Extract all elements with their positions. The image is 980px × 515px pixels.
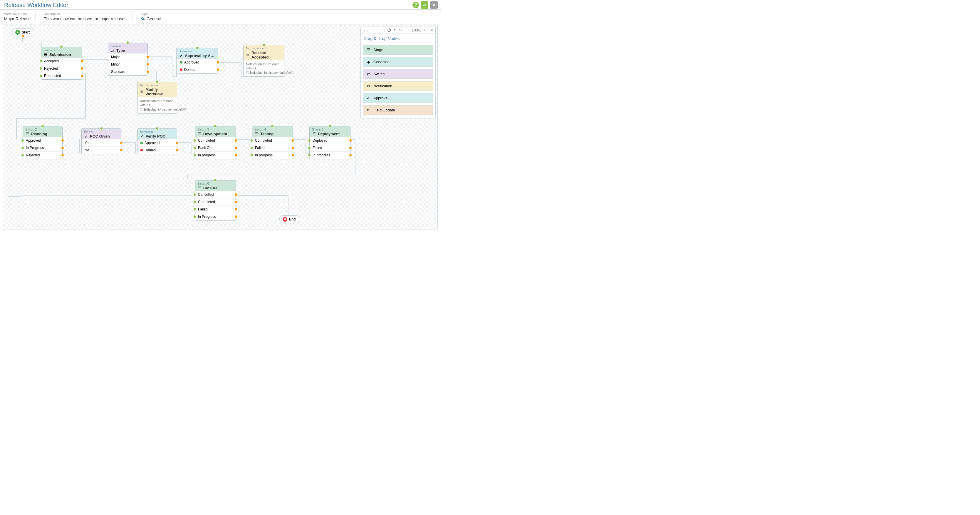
top-bar: Release Workflow Editor ? <box>0 0 441 10</box>
switch-icon: ⇄ <box>84 134 88 139</box>
port-in[interactable] <box>214 179 217 182</box>
stop-icon <box>283 217 287 222</box>
play-icon <box>15 30 20 35</box>
stack-icon: ☰ <box>255 132 259 136</box>
port-in[interactable] <box>271 124 274 128</box>
workflow-canvas[interactable]: Start Stage 1 ☰Submission Accepted Rejec… <box>3 24 438 230</box>
palette-item-stage[interactable]: ☰Stage <box>363 45 433 55</box>
mail-icon: ✉ <box>246 53 250 57</box>
switch-icon: ⇄ <box>110 48 115 53</box>
node-stage-closure[interactable]: Stage 6 ☰Closure Cancelled Completed Fai… <box>195 180 236 220</box>
meta-type-label: Type <box>141 12 161 16</box>
check-circle-icon: ✔ <box>140 134 144 139</box>
port-in[interactable] <box>196 46 199 49</box>
palette-item-approval[interactable]: ✔Approval <box>363 93 433 103</box>
zoom-in-icon[interactable]: + <box>422 28 426 32</box>
stack-icon: ☰ <box>312 132 316 136</box>
meta-name-label: Workflow Name <box>4 12 30 16</box>
status-dot-green <box>180 61 183 64</box>
node-start[interactable]: Start <box>12 29 34 36</box>
port-in[interactable] <box>126 41 129 44</box>
collapse-icon[interactable]: ▾ <box>430 28 434 32</box>
status-dot-red <box>180 69 183 71</box>
port-in[interactable] <box>214 124 217 128</box>
save-button[interactable] <box>421 1 428 9</box>
palette-item-notification[interactable]: ✉Notification <box>363 81 433 91</box>
node-approval-application[interactable]: Approval ✔Approval by Appli... Approved … <box>177 48 218 73</box>
palette-item-field-update[interactable]: ⟳Field Update <box>363 105 433 115</box>
mail-icon: ✉ <box>140 90 144 94</box>
meta-type-value: General <box>141 16 161 21</box>
node-end[interactable]: End <box>279 215 300 223</box>
check-circle-icon: ✔ <box>180 54 183 58</box>
palette-item-switch[interactable]: ⇄Switch <box>363 69 433 79</box>
page-title: Release Workflow Editor <box>4 2 68 8</box>
node-switch-type[interactable]: Switch ⇄Type Major Minor Standard <box>108 43 148 75</box>
port-in[interactable] <box>60 45 63 48</box>
port-in[interactable] <box>328 124 331 128</box>
port-in[interactable] <box>262 43 265 46</box>
node-approval-poc[interactable]: Approval ✔Verify POC Approved Denied <box>137 128 177 154</box>
stack-icon: ☰ <box>43 53 48 57</box>
node-notification-modify[interactable]: Notification ✉Modify Workflow Notificati… <box>137 82 177 113</box>
port-in[interactable] <box>156 80 159 83</box>
stack-icon: ☰ <box>25 132 29 136</box>
check-circle-icon: ✔ <box>366 96 371 100</box>
help-button[interactable]: ? <box>412 2 419 8</box>
zoom-out-icon[interactable]: − <box>407 28 411 32</box>
palette-list: ☰Stage ◆Condition ⇄Switch ✉Notification … <box>361 43 435 118</box>
node-notification-accepted[interactable]: Notification ✉Release Accepted Notificat… <box>243 45 284 77</box>
node-stage-testing[interactable]: Stage 4 ☰Testing Completed Failed In pro… <box>252 126 293 159</box>
node-switch-poc[interactable]: Switch ⇄POC Given Yes No <box>81 128 121 154</box>
mail-icon: ✉ <box>366 84 371 88</box>
switch-icon: ⇄ <box>366 72 371 76</box>
stack-icon: ☰ <box>197 186 202 190</box>
palette-title: Drag & Drop Nodes <box>361 34 435 43</box>
node-stage-development[interactable]: Stage 3 ☰Development Completed Back Out … <box>195 126 236 159</box>
stack-icon: ☰ <box>197 132 202 136</box>
node-stage-submission[interactable]: Stage 1 ☰Submission Accepted Rejected Re… <box>41 47 82 80</box>
zoom-level: 100% <box>412 28 421 32</box>
palette-toolbar: ⋮⋮ ⏻ ↶ ↷ − 100% + ▾ <box>361 27 435 34</box>
redo-icon[interactable]: ↷ <box>398 28 403 32</box>
palette-item-condition[interactable]: ◆Condition <box>363 57 433 67</box>
meta-desc-label: Description <box>44 12 127 16</box>
stack-icon: ☰ <box>366 48 371 52</box>
meta-desc-value: This workflow can be used for major rele… <box>44 16 127 21</box>
gear-icon <box>141 17 145 21</box>
power-icon[interactable]: ⏻ <box>387 28 391 32</box>
palette-panel[interactable]: ⋮⋮ ⏻ ↶ ↷ − 100% + ▾ Drag & Drop Nodes ☰S… <box>360 26 436 118</box>
workflow-meta: Workflow Name Major Release Description … <box>0 10 441 22</box>
diamond-icon: ◆ <box>366 60 371 64</box>
node-stage-deployment[interactable]: Stage 5 ☰Deployment Deployed Failed In p… <box>309 126 350 159</box>
port-in[interactable] <box>41 124 44 128</box>
undo-icon[interactable]: ↶ <box>393 28 397 32</box>
drag-handle-icon[interactable]: ⋮⋮ <box>363 28 369 32</box>
node-stage-planning[interactable]: Stage 2 ☰Planning Approved In Progress R… <box>22 126 62 159</box>
port-out[interactable] <box>22 35 25 38</box>
port-in[interactable] <box>156 127 159 130</box>
port-in[interactable] <box>100 127 103 130</box>
close-button[interactable] <box>430 1 438 9</box>
refresh-icon: ⟳ <box>366 108 371 112</box>
meta-name-value: Major Release <box>4 16 30 21</box>
top-actions: ? <box>412 1 438 9</box>
